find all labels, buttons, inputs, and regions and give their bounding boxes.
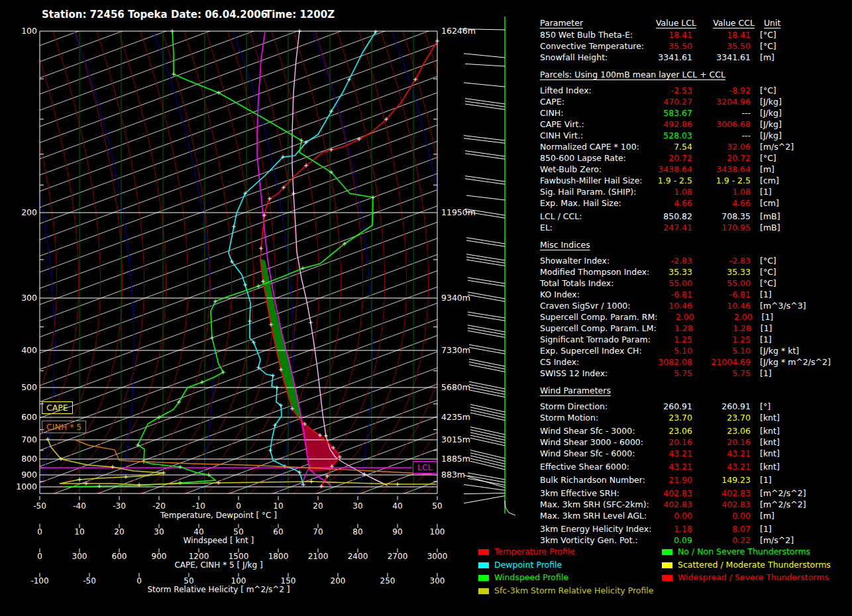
parameter-label: Max. 3km SRH Level AGL: [540,511,656,522]
unit-label: [1] [760,368,850,380]
value-lcl: 3082.08 [656,357,692,368]
unit-label: [J/kg * kt] [760,346,850,357]
wind-barb [466,254,505,260]
severity-legend-item: Scattered / Moderate Thunderstorms [662,560,831,570]
table-row: Snowfall Height:3341.613341.61[m] [540,52,850,64]
value-lcl: 3341.61 [656,52,692,64]
wind-barb [468,331,505,337]
value-ccl: 1.25 [692,334,751,346]
table-body: 850 Wet Bulb Theta-E:18.4118.41[°C]Conve… [540,30,850,546]
windspeed-tick-label: 40 [193,527,203,537]
wind-barb [466,257,505,263]
severity-legend-item: Widespread / Severe Thunderstorms [662,573,829,582]
value-lcl: 260.91 [656,401,692,413]
value-lcl: 35.33 [656,267,692,278]
value-ccl: 170.95 [692,223,751,234]
unit-label: [J/kg] [760,130,850,142]
cape-tick-label: 1200 [189,552,209,561]
cape-tick-label: 3000 [427,552,448,561]
value-lcl: 1.9 - 2.5 [656,176,692,187]
wind-barb [464,54,505,58]
profile-legend-swatch [478,588,489,594]
unit-label: [J/kg] [760,119,850,130]
parameter-label: Craven SigSvr / 1000: [540,301,656,312]
srh-tick-label: -100 [30,576,48,586]
windspeed-tick-label: 20 [114,527,124,537]
pressure-tick-label: 300 [0,293,37,303]
col-header-value-ccl: Value CCL [696,18,755,30]
value-ccl: 43.21 [692,462,751,473]
wind-barb [468,312,505,318]
value-ccl: 43.21 [692,448,751,460]
unit-label: [1] [761,323,850,334]
parameter-label: KO Index: [540,289,656,301]
wind-barb [465,104,505,109]
parameter-label: CS Index: [540,357,656,368]
value-lcl: 492.86 [656,119,692,130]
value-ccl: 8.07 [692,524,751,535]
parameter-label: Normalized CAPE * 100: [540,142,656,153]
table-row: Effective Shear 6000:43.2143.21[knt] [540,462,850,473]
unit-label: [°C] [760,153,850,164]
table-row: 3km Effective SRH:402.83402.83[m^2/s^2] [540,488,850,499]
col-header-value-lcl: Value LCL [656,18,696,30]
value-ccl: 3204.96 [692,97,751,108]
parameter-label: Exp. Max. Hail Size: [540,198,656,209]
value-lcl: 23.06 [656,426,692,437]
unit-label: [m^2/s^2] [760,488,850,499]
value-ccl: 55.00 [692,278,751,289]
cape-tick-label: 2400 [348,552,368,561]
value-ccl: 0.00 [692,511,751,522]
value-ccl: --- [692,130,751,142]
srh-tick-label: 250 [380,576,396,586]
cape-axis-label: CAPE [42,401,73,414]
wind-barb [465,154,505,159]
parameter-label: Significant Tornado Param: [540,334,656,346]
windspeed-tick-label: 30 [154,527,164,537]
value-ccl: -8.92 [692,85,751,97]
value-ccl: 260.91 [692,401,751,413]
profiles [46,29,439,488]
value-ccl: 402.83 [692,488,751,499]
value-ccl: 3341.61 [692,52,751,64]
value-ccl: -2.83 [692,256,751,267]
wind-barb [469,347,505,354]
table-row: Showalter Index:-2.83-2.83[°C] [540,256,850,267]
value-ccl: 5.75 [692,368,751,380]
wind-barb [464,138,505,143]
value-lcl: 0.00 [656,511,692,522]
wind-barb [465,101,505,107]
surface-wind-hook [505,501,515,515]
parameter-label: Supercell Comp. Param. RM: [540,312,658,323]
temperature-tick-label: -10 [192,501,205,511]
unit-label: [m^2/s^2] [760,499,850,511]
parameter-label: 850-600 Lapse Rate: [540,153,656,164]
value-lcl: -2.83 [656,256,692,267]
severity-legend-item: No / Non Severe Thunderstorms [662,547,810,556]
table-row: CAPE Virt.:492.863006.68[J/kg] [540,119,850,130]
temperature-tick-label: 30 [352,501,362,511]
parameter-label: 3km Vorticity Gen. Pot.: [540,535,656,546]
parameter-label: SWISS 12 Index: [540,368,656,380]
cape-tick-label: 1800 [268,552,289,561]
value-ccl: 3006.68 [692,119,751,130]
unit-label: [m] [760,511,850,522]
srh-tick-label: 100 [231,576,246,586]
value-lcl: 18.41 [656,30,692,41]
value-ccl: 20.72 [692,153,751,164]
altitude-tick-label: 7330m [441,346,470,355]
table-row: Wind Shear 3000 - 6000:20.1620.16[knt] [540,437,850,448]
wind-barb [465,176,505,181]
value-lcl: 850.82 [656,211,692,223]
value-lcl: 470.27 [656,97,692,108]
col-header-parameter: Parameter [540,18,656,30]
parameter-label: CINH Virt.: [540,130,656,142]
value-ccl: 23.70 [692,413,751,424]
skewt-chart [0,0,537,616]
severity-legend-swatch [662,575,672,581]
table-row: 850-600 Lapse Rate:20.7220.72[°C] [540,153,850,164]
wind-barb [464,496,505,503]
table-section-header: Wind Parameters [540,385,850,397]
table-row: Supercell Comp. Param. LM:1.281.28[1] [540,323,850,334]
value-ccl: -6.81 [692,289,751,301]
